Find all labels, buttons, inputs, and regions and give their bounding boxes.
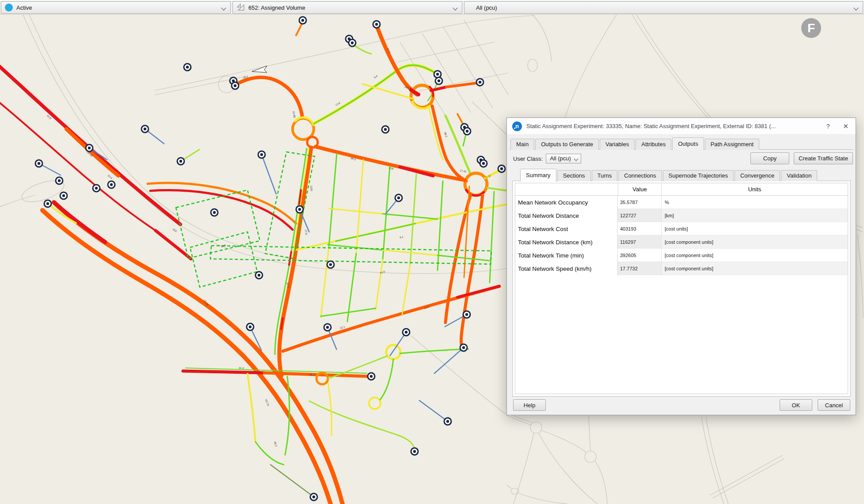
top-toolbar: Active 652: Assigned Volume All (pcu) [0, 0, 864, 15]
link-volume-label: 45.2 [309, 373, 315, 376]
centroid-node[interactable] [296, 206, 303, 213]
centroid-node[interactable] [60, 192, 67, 199]
tab-attributes[interactable]: Attributes [636, 139, 671, 150]
centroid-node[interactable] [86, 144, 93, 152]
tab-main[interactable]: Main [510, 139, 534, 150]
centroid-node[interactable] [444, 418, 451, 425]
subtab-validation[interactable]: Validation [781, 170, 817, 181]
centroid-node[interactable] [141, 125, 148, 133]
row-units: [cost component units] [662, 249, 848, 262]
active-state-value: Active [16, 4, 32, 11]
centroid-node[interactable] [476, 79, 483, 86]
output-subtab-bar: Summary Sections Turns Connections Super… [520, 169, 818, 181]
copy-button[interactable]: Copy [750, 152, 789, 164]
row-value: 122727 [618, 209, 662, 222]
row-value: 403193 [618, 222, 662, 235]
tab-outputs[interactable]: Outputs [672, 137, 704, 150]
f-watermark-logo: F [801, 18, 821, 38]
summary-table: Value Units Mean Network Occupancy 35.57… [515, 183, 848, 394]
row-label: Total Network Time (min) [515, 249, 618, 262]
row-label: Total Network Distance (km) [515, 235, 618, 249]
subtab-supernode-trajectories[interactable]: Supernode Trajectories [663, 170, 734, 181]
cancel-button[interactable]: Cancel [818, 399, 850, 411]
subtab-convergence[interactable]: Convergence [735, 170, 780, 181]
table-row[interactable]: Total Network Cost 403193 [cost units] [515, 222, 848, 235]
row-label: Total Network Distance [515, 209, 618, 222]
subtab-sections[interactable]: Sections [557, 170, 591, 181]
centroid-node[interactable] [460, 344, 467, 351]
header-value: Value [618, 183, 662, 195]
centroid-node[interactable] [411, 448, 418, 455]
centroid-node[interactable] [463, 311, 470, 318]
header-units: Units [662, 183, 848, 195]
close-icon[interactable]: ✕ [843, 122, 849, 130]
table-row[interactable]: Total Network Distance 122727 [km] [515, 209, 848, 222]
subtab-turns[interactable]: Turns [592, 170, 618, 181]
centroid-node[interactable] [382, 126, 389, 133]
centroid-node[interactable] [255, 272, 263, 279]
user-class-value: All (pcu) [550, 155, 571, 162]
tab-path-assignment[interactable]: Path Assignment [705, 139, 760, 150]
centroid-node[interactable] [310, 493, 317, 500]
ok-button[interactable]: OK [780, 399, 812, 411]
main-tab-bar: Main Outputs to Generate Variables Attri… [510, 137, 760, 150]
centroid-node[interactable] [35, 160, 42, 167]
row-label: Total Network Speed (km/h) [515, 262, 618, 275]
summary-table-header: Value Units [515, 183, 848, 196]
user-class-dropdown[interactable]: All (pcu) [546, 154, 581, 163]
centroid-node[interactable] [56, 177, 63, 184]
table-row[interactable]: Total Network Time (min) 392605 [cost co… [515, 249, 848, 262]
create-traffic-state-button[interactable]: Create Traffic State [794, 152, 853, 164]
row-value: 35.5787 [618, 196, 662, 209]
view-mode-dropdown[interactable]: 652: Assigned Volume [232, 1, 462, 14]
centroid-node[interactable] [327, 261, 334, 268]
aimsun-app-icon: n [512, 121, 522, 131]
table-row[interactable]: Mean Network Occupancy 35.5787 % [515, 196, 848, 209]
centroid-node[interactable] [324, 324, 331, 331]
view-mode-value: 652: Assigned Volume [248, 4, 305, 11]
tab-variables[interactable]: Variables [600, 139, 635, 150]
chevron-down-icon [453, 5, 457, 10]
centroid-node[interactable] [232, 82, 239, 89]
user-class-row: User Class: All (pcu) [513, 154, 581, 163]
centroid-node[interactable] [184, 64, 191, 71]
link-volume-label: 1183 [310, 186, 313, 192]
centroid-node[interactable] [299, 17, 306, 24]
subtab-connections[interactable]: Connections [618, 170, 662, 181]
user-class-toolbar-dropdown[interactable]: All (pcu) [464, 1, 863, 14]
centroid-node[interactable] [211, 209, 218, 216]
centroid-node[interactable] [247, 323, 254, 330]
dialog-help-icon[interactable]: ? [826, 123, 830, 130]
active-state-dropdown[interactable]: Active [1, 1, 231, 14]
chevron-down-icon [574, 157, 578, 161]
row-value: 17.7732 [618, 262, 662, 275]
table-row[interactable]: Total Network Speed (km/h) 17.7732 [cost… [515, 262, 848, 275]
centroid-node[interactable] [480, 160, 487, 167]
chevron-down-icon [221, 5, 226, 10]
help-button[interactable]: Help [513, 399, 546, 411]
row-label: Mean Network Occupancy [515, 196, 618, 209]
centroid-node[interactable] [435, 77, 442, 84]
centroid-node[interactable] [108, 181, 115, 188]
row-units: [cost component units] [662, 235, 848, 249]
centroid-node[interactable] [258, 151, 265, 158]
centroid-node[interactable] [349, 39, 356, 46]
centroid-node[interactable] [498, 165, 505, 172]
centroid-node[interactable] [395, 194, 402, 201]
centroid-node[interactable] [368, 373, 375, 380]
centroid-node[interactable] [434, 71, 441, 78]
table-row[interactable]: Total Network Distance (km) 116297 [cost… [515, 235, 848, 249]
centroid-node[interactable] [93, 185, 100, 192]
centroid-node[interactable] [403, 329, 410, 336]
tab-outputs-to-generate[interactable]: Outputs to Generate [535, 139, 599, 150]
subtab-summary[interactable]: Summary [520, 169, 556, 182]
header-empty [515, 183, 618, 195]
centroid-node[interactable] [373, 21, 380, 28]
centroid-node[interactable] [464, 128, 471, 135]
dialog-titlebar[interactable]: n Static Assignment Experiment: 33335, N… [507, 118, 856, 135]
row-units: [cost component units] [662, 262, 848, 275]
row-units: [cost units] [662, 222, 848, 235]
row-units: [km] [662, 209, 848, 222]
centroid-node[interactable] [44, 200, 51, 207]
centroid-node[interactable] [177, 158, 184, 165]
